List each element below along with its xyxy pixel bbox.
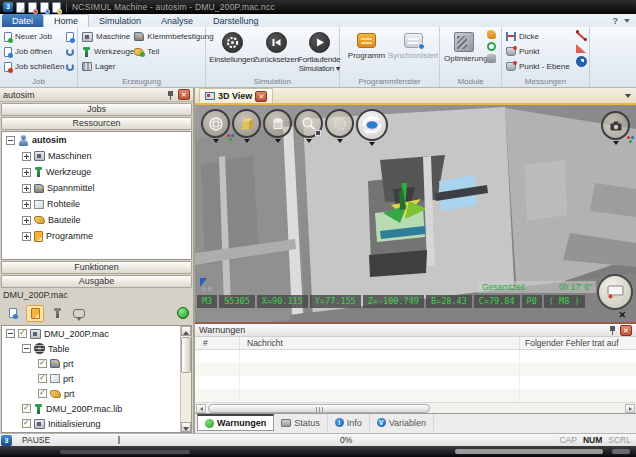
maschine-button[interactable]: Maschine <box>82 30 134 43</box>
tree-item-autosim-root[interactable]: autosim <box>2 132 191 148</box>
overlay-close-icon[interactable]: ✕ <box>618 310 626 320</box>
module-part-icon[interactable] <box>487 30 496 39</box>
collapse-icon[interactable] <box>22 344 31 353</box>
punkt-ebene-button[interactable]: Punkt - Ebene <box>506 60 576 73</box>
program-active-doc-button[interactable] <box>26 305 44 322</box>
tree-item-werkzeuge[interactable]: Werkzeuge <box>2 164 191 180</box>
measure-distance-icon[interactable] <box>576 30 587 41</box>
scrollbar-thumb[interactable] <box>181 337 191 373</box>
zuruecksetzen-button[interactable]: Zurücksetzen <box>254 30 298 76</box>
close-tab-button[interactable]: ✕ <box>255 91 267 102</box>
quick-play-icon[interactable] <box>40 2 49 13</box>
quick-save-icon[interactable] <box>52 2 61 13</box>
job-refresh-button[interactable] <box>66 60 74 73</box>
werkzeuge-button[interactable]: Werkzeuge <box>82 45 134 58</box>
checkbox[interactable] <box>22 404 31 413</box>
checkbox[interactable] <box>22 419 31 428</box>
checkbox[interactable] <box>38 359 47 368</box>
tab-analyse[interactable]: Analyse <box>151 14 203 27</box>
view-world-button[interactable] <box>201 109 230 146</box>
warnings-table-body[interactable] <box>195 350 636 402</box>
view-zoom-button[interactable] <box>294 109 323 146</box>
tree-item-initialisierung[interactable]: Initialisierung <box>2 416 191 431</box>
quick-new-job-icon[interactable] <box>16 2 25 13</box>
program-tool-button[interactable] <box>48 305 66 322</box>
tree-item-rohteile[interactable]: Rohteile <box>2 196 191 212</box>
vertical-scrollbar[interactable] <box>180 326 191 432</box>
expand-icon[interactable] <box>22 216 31 225</box>
expand-icon[interactable] <box>22 184 31 193</box>
expand-icon[interactable] <box>22 152 31 161</box>
expand-icon[interactable] <box>22 200 31 209</box>
tab-simulation[interactable]: Simulation <box>89 14 151 27</box>
viewport-3d[interactable]: Gesamtzeit 0h 17' 6" M3 S5305 X=90.115 Y… <box>195 105 636 322</box>
view-rotate-button[interactable] <box>356 109 388 146</box>
quick-record-icon[interactable] <box>28 2 37 13</box>
dicke-button[interactable]: Dicke <box>506 30 576 43</box>
tab-status[interactable]: Status <box>274 414 328 431</box>
chevron-down-icon[interactable] <box>613 141 619 145</box>
expand-icon[interactable] <box>22 168 31 177</box>
camera-button[interactable] <box>601 111 630 145</box>
tree-item-dmu-mac[interactable]: DMU_200P.mac <box>2 326 191 341</box>
view-cylinder-button[interactable] <box>263 109 292 146</box>
chevron-down-icon[interactable] <box>244 139 250 143</box>
measure-angle-icon[interactable] <box>576 44 586 53</box>
lager-button[interactable]: Lager <box>82 60 134 73</box>
horizontal-scrollbar[interactable] <box>195 402 636 413</box>
programm-button[interactable]: Programm <box>344 30 389 76</box>
optimierung-button[interactable]: Optimierung <box>444 30 484 76</box>
column-number[interactable]: # <box>203 338 208 348</box>
tree-item-table[interactable]: Table <box>2 341 191 356</box>
scroll-up-icon[interactable] <box>181 326 191 336</box>
einstellungen-button[interactable]: Einstellungen <box>210 30 254 76</box>
punkt-button[interactable]: Punkt <box>506 45 576 58</box>
chevron-down-icon[interactable] <box>275 139 281 143</box>
module-cycle-icon[interactable] <box>487 42 496 51</box>
new-job-button[interactable]: Neuer Job <box>4 30 64 43</box>
pin-icon[interactable] <box>167 90 174 100</box>
chevron-down-icon[interactable] <box>213 139 219 143</box>
synchronisiert-button[interactable]: Synchronisiert <box>389 30 437 76</box>
chevron-down-icon[interactable] <box>624 19 630 23</box>
scroll-right-icon[interactable] <box>625 404 635 413</box>
program-comment-button[interactable] <box>70 305 88 322</box>
close-job-button[interactable]: Job schließen <box>4 60 64 73</box>
tree-item-prt-3[interactable]: prt <box>2 386 191 401</box>
scrollbar-thumb[interactable] <box>208 404 430 413</box>
tree-item-maschinen[interactable]: Maschinen <box>2 148 191 164</box>
checkbox[interactable] <box>18 329 27 338</box>
open-job-button[interactable]: Job öffnen <box>4 45 64 58</box>
tree-item-bauteile[interactable]: Bauteile <box>2 212 191 228</box>
ressourcen-section-header[interactable]: Ressourcen <box>1 117 192 130</box>
program-doc-button[interactable] <box>4 305 22 322</box>
chevron-down-icon[interactable] <box>306 139 312 143</box>
job-save-button[interactable] <box>66 30 74 43</box>
tab-3d-view[interactable]: 3D View ✕ <box>199 88 273 103</box>
chevron-down-icon[interactable] <box>337 139 343 143</box>
tree-item-lib[interactable]: DMU_200P.mac.lib <box>2 401 191 416</box>
pin-icon[interactable] <box>609 325 616 335</box>
view-selection-button[interactable] <box>325 109 354 146</box>
tree-item-programme[interactable]: Programme <box>2 228 191 244</box>
collapse-icon[interactable] <box>6 329 15 338</box>
checkbox[interactable] <box>38 389 47 398</box>
chevron-down-icon[interactable] <box>369 142 375 146</box>
scroll-left-icon[interactable] <box>196 404 206 413</box>
tab-home[interactable]: Home <box>43 14 89 27</box>
fortlaufende-simulation-button[interactable]: FortlaufendeSimulation ▾ <box>298 30 341 76</box>
tab-variablen[interactable]: VVariablen <box>370 414 434 431</box>
jobs-section-header[interactable]: Jobs <box>1 103 192 116</box>
ausgabe-section-header[interactable]: Ausgabe <box>1 275 192 288</box>
tab-warnungen[interactable]: Warnungen <box>197 414 274 431</box>
scroll-down-icon[interactable] <box>181 422 191 432</box>
tab-datei[interactable]: Datei <box>2 14 43 27</box>
column-nachricht[interactable]: Nachricht <box>247 338 283 348</box>
column-fehler[interactable]: Folgender Fehler trat auf <box>525 338 619 348</box>
funktionen-section-header[interactable]: Funktionen <box>1 261 192 274</box>
tree-item-prt-2[interactable]: prt <box>2 371 191 386</box>
measure-rotate-icon[interactable] <box>576 56 587 67</box>
klemmbefestigung-button[interactable]: Klemmbefestigung <box>134 30 213 43</box>
job-reload-button[interactable] <box>66 45 74 58</box>
teil-button[interactable]: Teil <box>134 45 213 58</box>
